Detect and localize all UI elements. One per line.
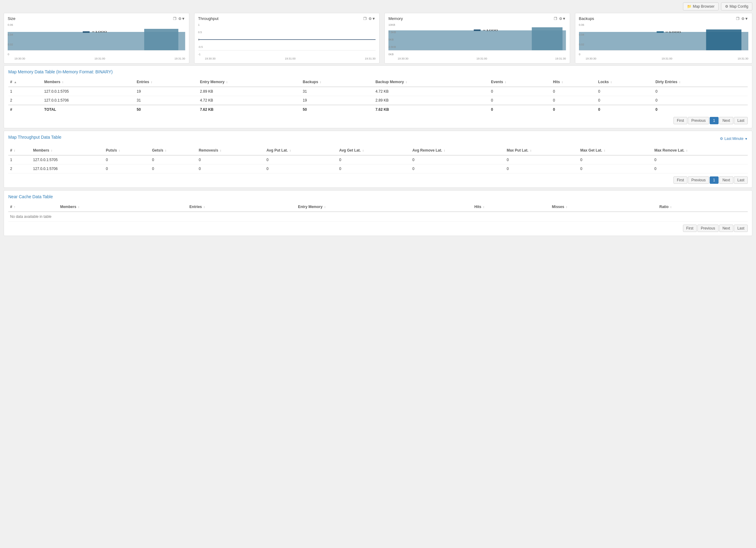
memory-table-pagination: First Previous 1 Next Last bbox=[8, 117, 748, 124]
col-header-hits-nc[interactable]: Hits ↕ bbox=[473, 202, 550, 212]
throughput-table-title: Map Throughput Data Table bbox=[8, 135, 61, 140]
col-header-ratio-nc[interactable]: Ratio ↕ bbox=[658, 202, 748, 212]
col-header-members-memory[interactable]: Members ↕ bbox=[42, 77, 135, 87]
throughput-chart-panel: Throughput ❐ ⚙▼ 10.50-0.5-1 19:30:3019:3… bbox=[194, 13, 380, 64]
backups-chart-panel: Backups ❐ ⚙▼ ×1000 0.060.04 bbox=[575, 13, 753, 64]
nc-prev-btn[interactable]: Previous bbox=[697, 225, 719, 232]
expand-icon-size[interactable]: ❐ bbox=[173, 17, 176, 21]
expand-icon-memory[interactable]: ❐ bbox=[554, 17, 557, 21]
col-header-events-memory[interactable]: Events ↕ bbox=[489, 77, 551, 87]
near-cache-table: # ↑ Members ↕ Entries ↕ Entry Memory ↕ H… bbox=[8, 202, 748, 222]
memory-chart-svg: ×1000 bbox=[388, 23, 566, 56]
map-browser-label: Map Browser bbox=[693, 4, 715, 9]
col-header-members-nc[interactable]: Members ↕ bbox=[58, 202, 187, 212]
table-row: 2127.0.0.1:5706000000000 bbox=[8, 164, 748, 173]
nc-next-btn[interactable]: Next bbox=[719, 225, 734, 232]
col-header-entries-nc[interactable]: Entries ↕ bbox=[187, 202, 296, 212]
col-header-gets-tp[interactable]: Gets/s ↕ bbox=[150, 146, 197, 155]
table-row: 1127.0.0.1:5705000000000 bbox=[8, 155, 748, 164]
col-header-locks-memory[interactable]: Locks ↕ bbox=[596, 77, 654, 87]
col-header-avgremove-tp[interactable]: Avg Remove Lat. ↕ bbox=[411, 146, 505, 155]
table-row: 2127.0.0.1:5706314.72 KB192.89 KB0000 bbox=[8, 96, 748, 105]
folder-icon: 📁 bbox=[687, 4, 692, 9]
col-header-num-memory[interactable]: # ▲ bbox=[8, 77, 42, 87]
col-header-num-nc[interactable]: # ↑ bbox=[8, 202, 58, 212]
memory-first-btn[interactable]: First bbox=[673, 117, 687, 124]
total-row: #TOTAL507.62 KB507.62 KB0000 bbox=[8, 105, 748, 114]
nc-last-btn[interactable]: Last bbox=[734, 225, 748, 232]
memory-chart-title: Memory bbox=[388, 16, 403, 21]
tp-prev-btn[interactable]: Previous bbox=[688, 176, 709, 184]
backups-chart-title: Backups bbox=[579, 16, 594, 21]
size-chart-title: Size bbox=[8, 16, 15, 21]
nc-first-btn[interactable]: First bbox=[683, 225, 697, 232]
near-cache-table-pagination: First Previous Next Last bbox=[8, 225, 748, 232]
col-header-avgget-tp[interactable]: Avg Get Lat. ↕ bbox=[337, 146, 411, 155]
col-header-avgput-tp[interactable]: Avg Put Lat. ↕ bbox=[265, 146, 337, 155]
svg-rect-14 bbox=[657, 31, 664, 33]
filter-arrow: ▼ bbox=[745, 137, 748, 141]
throughput-table-pagination: First Previous 1 Next Last bbox=[8, 176, 748, 184]
col-header-entrymem-nc[interactable]: Entry Memory ↕ bbox=[296, 202, 473, 212]
size-chart-svg: ×1000 bbox=[8, 23, 185, 56]
memory-prev-btn[interactable]: Previous bbox=[688, 117, 709, 124]
col-header-maxremove-tp[interactable]: Max Remove Lat. ↕ bbox=[653, 146, 748, 155]
tp-page1-btn[interactable]: 1 bbox=[710, 176, 719, 184]
tp-last-btn[interactable]: Last bbox=[734, 176, 748, 184]
col-header-puts-tp[interactable]: Puts/s ↕ bbox=[104, 146, 150, 155]
table-row: 1127.0.0.1:5705192.89 KB314.72 KB0000 bbox=[8, 87, 748, 96]
throughput-filter[interactable]: ⚙ Last Minute ▼ bbox=[720, 137, 748, 141]
gear-icon-mapconfig: ⚙ bbox=[725, 4, 728, 9]
expand-icon-throughput[interactable]: ❐ bbox=[363, 17, 367, 21]
throughput-chart-title: Throughput bbox=[198, 16, 219, 21]
svg-rect-1 bbox=[144, 29, 178, 50]
col-header-members-tp[interactable]: Members ↕ bbox=[31, 146, 104, 155]
map-browser-button[interactable]: 📁 Map Browser bbox=[683, 2, 719, 10]
memory-data-table-section: Map Memory Data Table (In-Memory Format:… bbox=[4, 65, 752, 128]
settings-icon-memory[interactable]: ⚙▼ bbox=[559, 17, 566, 21]
throughput-table: # ↕ Members ↕ Puts/s ↕ Gets/s ↕ Removes/… bbox=[8, 146, 748, 173]
near-cache-table-title: Near Cache Data Table bbox=[8, 194, 748, 199]
near-cache-no-data: No data available in table bbox=[8, 212, 748, 222]
map-config-label: Map Config bbox=[730, 4, 748, 9]
near-cache-table-section: Near Cache Data Table # ↑ Members ↕ Entr… bbox=[4, 190, 752, 236]
near-cache-no-data-row: No data available in table bbox=[8, 212, 748, 222]
size-chart-panel: Size ❐ ⚙▼ ×1000 0.060.040.020 bbox=[4, 13, 189, 64]
memory-chart-panel: Memory ❐ ⚙▼ ×1000 10KB7.5KB5KB2.5KB0KB bbox=[384, 13, 570, 64]
filter-label: Last Minute bbox=[724, 137, 743, 141]
col-header-dirty-memory[interactable]: Dirty Entries ↕ bbox=[654, 77, 748, 87]
col-header-backupmem-memory[interactable]: Backup Memory ↕ bbox=[374, 77, 489, 87]
settings-icon-backups[interactable]: ⚙▼ bbox=[741, 17, 748, 21]
backups-chart-svg: ×1000 bbox=[579, 23, 749, 56]
memory-last-btn[interactable]: Last bbox=[734, 117, 748, 124]
throughput-chart-svg bbox=[198, 23, 376, 56]
col-header-maxget-tp[interactable]: Max Get Lat. ↕ bbox=[578, 146, 652, 155]
col-header-backups-memory[interactable]: Backups ↕ bbox=[301, 77, 374, 87]
tp-first-btn[interactable]: First bbox=[673, 176, 687, 184]
tp-next-btn[interactable]: Next bbox=[719, 176, 734, 184]
col-header-hits-memory[interactable]: Hits ↕ bbox=[551, 77, 596, 87]
throughput-data-table-section: Map Throughput Data Table ⚙ Last Minute … bbox=[4, 131, 752, 188]
col-header-misses-nc[interactable]: Misses ↕ bbox=[550, 202, 658, 212]
col-header-num-tp[interactable]: # ↕ bbox=[8, 146, 31, 155]
svg-rect-13 bbox=[706, 29, 741, 50]
memory-page1-btn[interactable]: 1 bbox=[710, 117, 719, 124]
svg-rect-8 bbox=[532, 27, 562, 50]
col-header-maxput-tp[interactable]: Max Put Lat. ↕ bbox=[505, 146, 578, 155]
col-header-entries-memory[interactable]: Entries ↕ bbox=[135, 77, 198, 87]
col-header-entrymem-memory[interactable]: Entry Memory ↕ bbox=[198, 77, 301, 87]
gear-icon-filter: ⚙ bbox=[720, 137, 723, 141]
svg-text:×1000: ×1000 bbox=[483, 29, 498, 32]
svg-text:×1000: ×1000 bbox=[92, 30, 107, 33]
memory-table: # ▲ Members ↕ Entries ↕ Entry Memory ↕ B… bbox=[8, 77, 748, 114]
memory-table-title: Map Memory Data Table (In-Memory Format:… bbox=[8, 69, 748, 74]
svg-rect-9 bbox=[474, 29, 480, 31]
settings-icon-throughput[interactable]: ⚙▼ bbox=[368, 17, 376, 21]
svg-text:×1000: ×1000 bbox=[665, 31, 681, 33]
settings-icon-size[interactable]: ⚙▼ bbox=[178, 17, 185, 21]
memory-next-btn[interactable]: Next bbox=[719, 117, 734, 124]
svg-rect-2 bbox=[83, 31, 90, 33]
expand-icon-backups[interactable]: ❐ bbox=[736, 17, 739, 21]
col-header-removes-tp[interactable]: Removes/s ↕ bbox=[197, 146, 265, 155]
map-config-button[interactable]: ⚙ Map Config bbox=[721, 2, 752, 10]
